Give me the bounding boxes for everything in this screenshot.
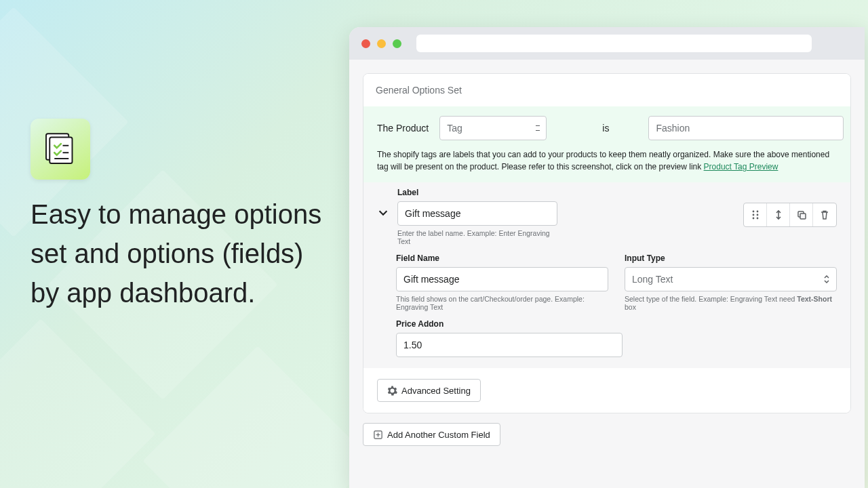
input-type-hint: Select type of the field. Example: Engra… — [625, 295, 837, 311]
plus-box-icon — [373, 430, 383, 440]
delete-button[interactable] — [813, 203, 836, 226]
input-type-select[interactable]: Long Text — [625, 267, 837, 291]
label-hint: Enter the label name. Example: Enter Eng… — [397, 229, 557, 245]
label-title: Label — [397, 188, 557, 197]
window-chrome — [349, 27, 865, 60]
svg-point-8 — [756, 214, 758, 216]
product-rule-row: The Product Tag is — [363, 106, 850, 148]
drag-handle-button[interactable] — [744, 203, 767, 226]
input-type-title: Input Type — [625, 253, 837, 263]
field-name-input[interactable] — [396, 267, 608, 291]
option-set-name-input[interactable] — [363, 74, 850, 106]
add-another-field-button[interactable]: Add Another Custom Field — [363, 423, 500, 446]
maximize-icon[interactable] — [393, 39, 401, 48]
is-label: is — [602, 123, 609, 134]
close-icon[interactable] — [361, 39, 370, 48]
svg-rect-12 — [800, 214, 806, 219]
the-product-label: The Product — [377, 123, 429, 134]
advanced-setting-button[interactable]: Advanced Setting — [377, 379, 481, 402]
tag-help-text: The shopify tags are labels that you can… — [363, 148, 850, 182]
field-name-hint: This field shows on the cart/Checkout/or… — [396, 295, 608, 311]
minimize-icon[interactable] — [377, 39, 386, 48]
price-addon-title: Price Addon — [396, 319, 837, 329]
copy-icon — [796, 209, 807, 220]
svg-point-6 — [756, 211, 758, 213]
svg-point-10 — [756, 218, 758, 220]
app-window: The Product Tag is The shopify tags are … — [349, 27, 865, 488]
duplicate-button[interactable] — [790, 203, 813, 226]
label-input[interactable] — [397, 201, 557, 226]
field-name-title: Field Name — [396, 253, 608, 263]
product-attribute-select[interactable]: Tag — [439, 116, 547, 140]
price-addon-input[interactable] — [396, 333, 623, 357]
reorder-button[interactable] — [767, 203, 790, 226]
url-bar[interactable] — [416, 35, 812, 52]
app-icon — [31, 119, 90, 180]
svg-point-7 — [752, 214, 754, 216]
promo-headline: Easy to manage options set and options (… — [31, 195, 336, 312]
product-tag-value-input[interactable] — [648, 116, 844, 140]
svg-point-9 — [752, 218, 754, 220]
svg-point-5 — [752, 211, 754, 213]
trash-icon — [819, 209, 830, 220]
product-tag-preview-link[interactable]: Product Tag Preview — [704, 162, 778, 171]
arrows-vertical-icon — [773, 209, 784, 220]
gear-icon — [387, 386, 397, 396]
collapse-toggle[interactable] — [377, 207, 389, 222]
chevron-down-icon — [377, 207, 389, 219]
drag-handle-icon — [750, 209, 761, 220]
